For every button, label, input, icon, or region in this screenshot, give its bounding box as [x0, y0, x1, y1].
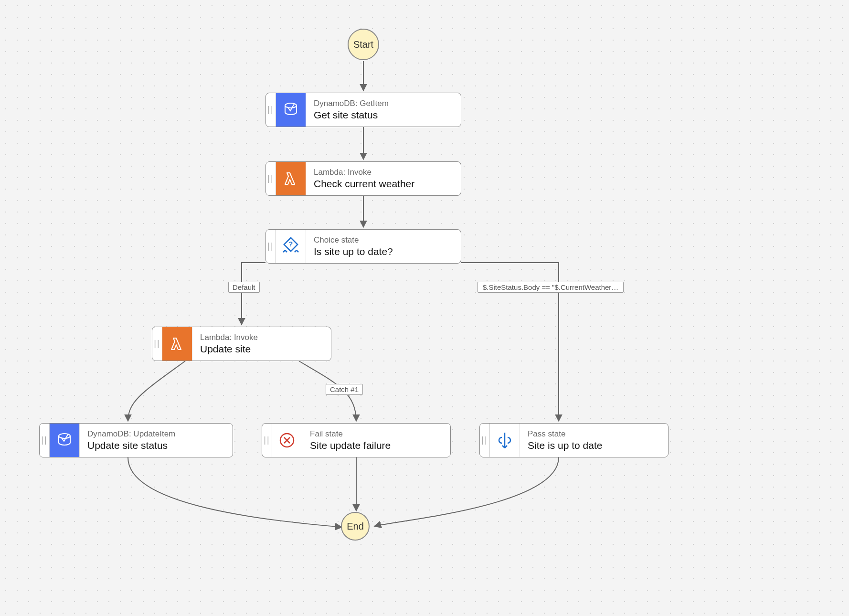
node-type: Pass state	[528, 429, 660, 439]
dynamodb-icon	[276, 93, 306, 127]
node-fail[interactable]: || Fail state Site update failure	[262, 423, 451, 457]
node-type: DynamoDB: UpdateItem	[87, 429, 225, 439]
node-title: Check current weather	[314, 178, 453, 190]
node-title: Update site status	[87, 440, 225, 451]
node-get-site-status[interactable]: || DynamoDB: GetItem Get site status	[265, 93, 461, 127]
drag-handle-icon[interactable]: ||	[480, 424, 490, 457]
drag-handle-icon[interactable]: ||	[266, 230, 276, 263]
node-type: Lambda: Invoke	[200, 333, 323, 342]
node-choice[interactable]: || ? Choice state Is site up to date?	[265, 229, 461, 264]
svg-point-4	[285, 103, 297, 108]
edge-label-condition: $.SiteStatus.Body == "$.CurrentWeather…	[478, 282, 624, 293]
end-label: End	[347, 521, 364, 532]
edge-label-default: Default	[228, 282, 260, 293]
pass-icon	[490, 424, 520, 457]
lambda-icon	[276, 162, 306, 195]
node-title: Is site up to date?	[314, 246, 453, 257]
svg-point-7	[59, 434, 70, 438]
drag-handle-icon[interactable]: ||	[40, 424, 50, 457]
node-title: Site is up to date	[528, 440, 660, 451]
node-type: Fail state	[310, 429, 443, 439]
node-type: Lambda: Invoke	[314, 168, 453, 177]
drag-handle-icon[interactable]: ||	[152, 327, 162, 361]
node-title: Site update failure	[310, 440, 443, 451]
start-node[interactable]: Start	[348, 29, 379, 60]
node-update-status[interactable]: || DynamoDB: UpdateItem Update site stat…	[39, 423, 233, 457]
edge-label-catch: Catch #1	[326, 384, 363, 395]
dynamodb-icon	[50, 424, 79, 457]
drag-handle-icon[interactable]: ||	[266, 162, 276, 195]
lambda-icon	[162, 327, 192, 361]
drag-handle-icon[interactable]: ||	[266, 93, 276, 127]
choice-icon: ?	[276, 230, 306, 263]
drag-handle-icon[interactable]: ||	[262, 424, 272, 457]
workflow-canvas[interactable]: Start End Default $.SiteStatus.Body == "…	[0, 0, 849, 616]
svg-text:?: ?	[289, 240, 293, 248]
start-label: Start	[353, 39, 373, 50]
node-title: Get site status	[314, 109, 453, 121]
fail-icon	[272, 424, 302, 457]
end-node[interactable]: End	[341, 512, 370, 541]
node-type: DynamoDB: GetItem	[314, 99, 453, 108]
node-type: Choice state	[314, 235, 453, 245]
node-check-weather[interactable]: || Lambda: Invoke Check current weather	[265, 161, 461, 196]
node-update-site[interactable]: || Lambda: Invoke Update site	[152, 327, 331, 361]
node-pass[interactable]: || Pass state Site is up to date	[479, 423, 669, 457]
node-title: Update site	[200, 343, 323, 355]
